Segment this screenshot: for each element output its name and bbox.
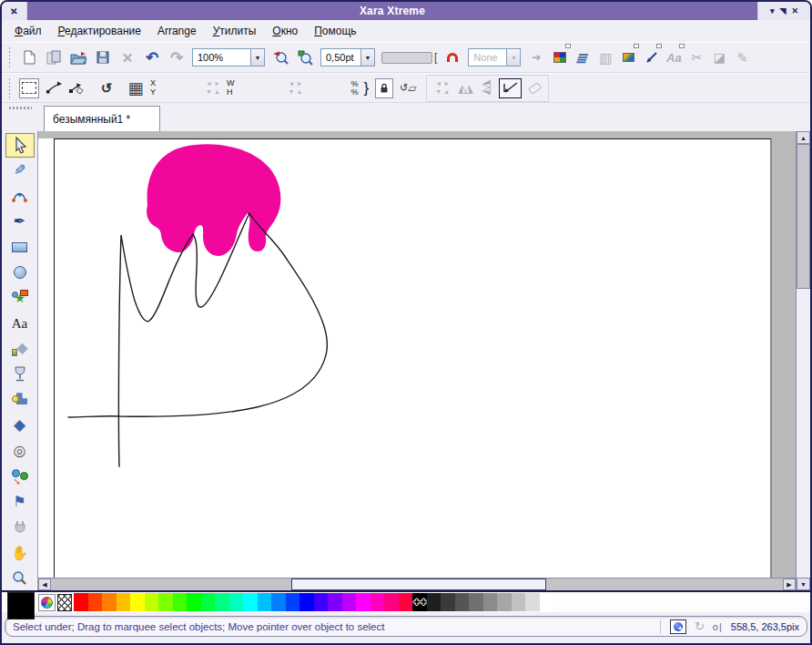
quickshape-tool[interactable]: ★ (5, 286, 35, 311)
palette-swatch-gray[interactable] (497, 593, 512, 611)
palette-swatch-black[interactable]: ✚✚ (412, 593, 427, 611)
palette-swatch[interactable] (314, 593, 329, 611)
palette-swatch[interactable] (370, 593, 385, 611)
layer-gallery-button[interactable]: ≣ (572, 47, 594, 67)
select-under-button[interactable] (499, 78, 522, 98)
palette-swatch[interactable] (145, 593, 159, 611)
palette-swatch[interactable] (201, 593, 216, 611)
rotate-skew-button[interactable]: ↺ ▱ (399, 78, 417, 98)
menu-item-2[interactable]: Arrange (157, 25, 197, 37)
vertical-scrollbar[interactable]: ▲ ▼ (796, 131, 810, 590)
horizontal-scrollbar-thumb[interactable] (291, 578, 546, 590)
scroll-right-button[interactable]: ▶ (783, 578, 796, 590)
palette-swatch-white[interactable] (540, 593, 554, 611)
palette-swatch[interactable] (299, 593, 314, 611)
document-tab[interactable]: безымянный1 * (44, 106, 160, 131)
size-spinner[interactable]: ◂▸ ▾▴ (288, 80, 304, 97)
pen-tool[interactable]: ✒ (5, 210, 35, 234)
bevel-tool[interactable]: ◆ (5, 413, 35, 437)
palette-swatch[interactable] (342, 593, 357, 611)
palette-swatch[interactable] (102, 593, 117, 611)
new-document-button[interactable] (20, 47, 38, 67)
zoom-combobox[interactable]: 100% ▼ (192, 48, 265, 67)
mould-tool[interactable]: ⚑ (5, 489, 35, 514)
palette-swatch[interactable] (173, 593, 188, 611)
palette-swatch[interactable] (88, 593, 103, 611)
menu-item-3[interactable]: Утилиты (213, 25, 257, 37)
palette-swatch-gray[interactable] (441, 593, 455, 611)
fill-gallery-button[interactable]: ◪ (711, 47, 727, 67)
palette-swatch-gray[interactable] (469, 593, 483, 611)
menu-item-5[interactable]: Помощь (314, 25, 356, 37)
shadow-tool[interactable] (5, 387, 35, 412)
palette-swatch[interactable] (328, 593, 342, 611)
menu-item-4[interactable]: Окно (272, 25, 298, 37)
ellipse-tool[interactable] (5, 261, 35, 285)
toolbox-grip[interactable] (2, 103, 38, 131)
palette-swatch-gray[interactable] (427, 593, 442, 611)
aspect-lock-button[interactable] (375, 78, 393, 98)
palette-swatch[interactable] (243, 593, 258, 611)
infobar-grip[interactable] (7, 77, 12, 98)
plugin-gallery-button[interactable]: ✐ (732, 49, 752, 66)
palette-swatch-gray[interactable] (483, 593, 498, 611)
undo-button[interactable]: ↶ (143, 47, 161, 67)
open-button[interactable] (69, 47, 87, 67)
palette-swatch[interactable] (258, 593, 272, 611)
selector-tool[interactable] (5, 133, 35, 158)
snap-history-icon[interactable]: ↻ (695, 620, 705, 632)
previous-zoom-button[interactable] (271, 47, 289, 67)
line-width-slider-track[interactable] (381, 52, 432, 64)
font-gallery-button[interactable]: Aa (665, 47, 682, 67)
maximize-button[interactable]: ◥ (780, 7, 787, 15)
palette-swatch[interactable] (229, 593, 244, 611)
palette-swatch[interactable] (399, 593, 413, 611)
frame-gallery-button[interactable]: ▥ (597, 47, 614, 67)
current-color-swatch[interactable] (7, 592, 35, 619)
palette-swatch[interactable] (74, 593, 88, 611)
window-title[interactable]: Xara Xtreme (27, 2, 757, 20)
scroll-down-button[interactable]: ▼ (797, 578, 810, 590)
snap-to-grid-button[interactable] (443, 47, 462, 67)
zoom-dropdown-arrow[interactable]: ▼ (250, 49, 264, 66)
vertical-scrollbar-thumb[interactable] (797, 144, 810, 289)
style-combobox[interactable]: None ▼ (468, 48, 521, 67)
move-selection-button[interactable] (45, 78, 63, 98)
shade-button[interactable]: ▾ (770, 7, 775, 15)
duplicate-button[interactable] (45, 47, 63, 67)
document-page[interactable] (54, 138, 772, 590)
fill-tool[interactable]: ◆ (5, 337, 35, 362)
transparency-tool[interactable] (5, 362, 35, 386)
redo-button[interactable]: ↷ (167, 47, 186, 67)
rotation-spinner[interactable]: ◂▸ ▾▴ (434, 80, 451, 97)
color-gallery-button[interactable] (552, 47, 568, 67)
flip-horizontal-button[interactable]: ◭◮ (458, 83, 471, 94)
delete-button[interactable]: ✕ (118, 47, 137, 67)
palette-swatch[interactable] (286, 593, 300, 611)
rectangle-tool[interactable] (5, 235, 35, 260)
contour-tool[interactable]: ◎ (5, 438, 35, 463)
line-width-slider[interactable]: [ (381, 47, 437, 67)
rotate-mode-button[interactable]: ↺ (97, 78, 116, 98)
name-gallery-button[interactable] (643, 47, 659, 67)
clipart-gallery-button[interactable]: ✂ (688, 47, 705, 67)
scroll-up-button[interactable]: ▲ (797, 131, 810, 144)
palette-swatch-gray[interactable] (455, 593, 470, 611)
tag-button[interactable] (528, 81, 542, 94)
menu-item-0[interactable]: Файл (15, 25, 42, 37)
canvas[interactable]: ▲ ▼ ◀ ▶ (38, 131, 810, 590)
position-spinner[interactable]: ◂▸ ▾▴ (205, 80, 221, 97)
line-width-dropdown-arrow[interactable]: ▼ (360, 49, 374, 66)
palette-swatch[interactable] (158, 593, 173, 611)
scroll-left-button[interactable]: ◀ (38, 578, 51, 590)
palette-swatch-gray[interactable] (525, 593, 540, 611)
palette-swatch[interactable] (215, 593, 229, 611)
window-menu-button[interactable]: ✛ (2, 2, 27, 20)
blend-tool[interactable]: ➘ (5, 464, 35, 488)
palette-swatch[interactable] (384, 593, 399, 611)
marquee-select-button[interactable] (19, 78, 39, 98)
palette-swatch-gray[interactable] (512, 593, 526, 611)
palette-swatch[interactable] (271, 593, 286, 611)
menu-item-1[interactable]: Редактирование (58, 25, 141, 37)
flip-vertical-button[interactable]: ◭◮ (480, 81, 491, 94)
